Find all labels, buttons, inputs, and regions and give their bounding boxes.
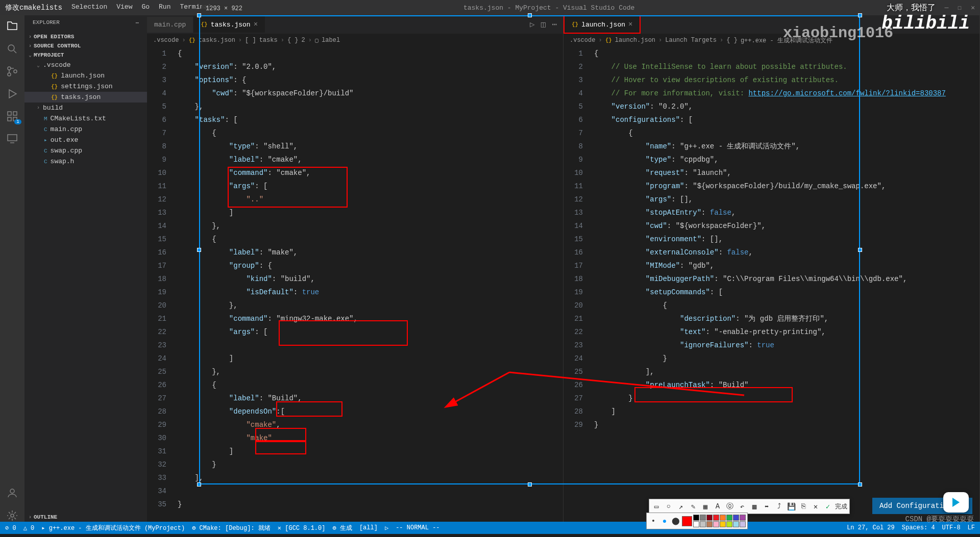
color-lime[interactable] xyxy=(726,521,732,527)
folder-build[interactable]: ›build xyxy=(24,103,147,113)
color-blue[interactable] xyxy=(733,515,739,521)
play-button[interactable] xyxy=(943,492,969,513)
file-launch-json[interactable]: {}launch.json xyxy=(24,70,147,81)
sidebar-more-icon[interactable]: ⋯ xyxy=(135,19,139,26)
color-white[interactable] xyxy=(693,521,699,527)
color-pink[interactable] xyxy=(713,521,719,527)
highlight-tool-icon[interactable]: ▦ xyxy=(700,501,710,512)
split-icon[interactable]: ◫ xyxy=(541,19,546,30)
size-medium-icon[interactable]: ● xyxy=(659,516,670,526)
file-cmakelists[interactable]: MCMakeLists.txt xyxy=(24,113,147,124)
section-outline[interactable]: ›OUTLINE xyxy=(24,513,147,522)
statusbar: ⊘ 0 △ 0 ▸ g++.exe - 生成和调试活动文件 (MyProject… xyxy=(0,522,980,534)
status-all[interactable]: [all] xyxy=(359,524,378,531)
undo-icon[interactable]: ↶ xyxy=(737,501,747,512)
status-cmake[interactable]: ⚙ CMake: [Debug]: 就绪 xyxy=(192,524,271,532)
close-icon[interactable]: ✕ xyxy=(971,4,975,12)
color-purple[interactable] xyxy=(740,515,746,521)
file-swap-h[interactable]: Cswap.h xyxy=(24,156,147,167)
text-tool-icon[interactable]: A xyxy=(713,501,723,512)
file-swap-cpp[interactable]: Cswap.cpp xyxy=(24,145,147,156)
arrow-tool-icon[interactable]: ↗ xyxy=(676,501,686,512)
status-eol[interactable]: LF xyxy=(968,524,975,531)
file-out-exe[interactable]: ▸out.exe xyxy=(24,135,147,145)
svg-rect-5 xyxy=(13,112,17,115)
pin-icon[interactable]: ⬌ xyxy=(762,501,772,512)
color-ltgray[interactable] xyxy=(700,521,706,527)
copy-icon[interactable]: ⎘ xyxy=(798,501,808,512)
size-small-icon[interactable]: • xyxy=(648,516,658,526)
section-source-control[interactable]: ›SOURCE CONTROL xyxy=(24,41,147,50)
file-main-cpp[interactable]: Cmain.cpp xyxy=(24,124,147,135)
file-tasks-json[interactable]: {}tasks.json xyxy=(24,92,147,103)
ocr-icon[interactable]: ⤴ xyxy=(774,501,784,512)
done-icon[interactable]: ✓ xyxy=(823,501,833,512)
status-gcc[interactable]: ✕ [GCC 8.1.0] xyxy=(278,524,326,532)
tab-launch-json[interactable]: {} launch.json × xyxy=(564,15,641,34)
extensions-icon[interactable]: 1 xyxy=(6,110,18,122)
code-right[interactable]: { // Use IntelliSense to learn about pos… xyxy=(592,47,979,522)
cancel-icon[interactable]: ✕ xyxy=(811,501,821,512)
json-icon: {} xyxy=(51,73,58,79)
menu-view[interactable]: View xyxy=(116,3,132,12)
breadcrumbs-right[interactable]: .vscode› {}launch.json› Launch Targets› … xyxy=(564,34,979,47)
run-icon[interactable]: ▷ xyxy=(530,19,535,30)
settings-icon[interactable] xyxy=(6,509,18,522)
status-build[interactable]: ⚙ 生成 xyxy=(332,524,352,532)
color-black[interactable] xyxy=(693,515,699,521)
done-label[interactable]: 完成 xyxy=(835,502,847,511)
maximize-icon[interactable]: ☐ xyxy=(958,4,962,12)
menu-selection[interactable]: Selection xyxy=(71,3,107,12)
status-debug-play[interactable]: ▷ xyxy=(385,524,388,532)
menu-run[interactable]: Run xyxy=(159,3,170,12)
main-area: 1 EXPLORER ⋯ ›OPEN EDITORS ›SOURCE CONTR… xyxy=(0,15,980,522)
rect-tool-icon[interactable]: ▭ xyxy=(651,501,662,512)
explorer-icon[interactable] xyxy=(6,20,18,33)
blur-tool-icon[interactable]: ▩ xyxy=(749,501,760,512)
debug-icon[interactable] xyxy=(6,88,18,100)
color-gray[interactable] xyxy=(700,515,706,521)
source-control-icon[interactable] xyxy=(6,65,18,78)
section-project[interactable]: ⌄MYPROJECT xyxy=(24,50,147,60)
tab-main-cpp[interactable]: main.cpp xyxy=(147,17,193,33)
search-icon[interactable] xyxy=(6,43,18,55)
close-icon[interactable]: × xyxy=(254,20,258,29)
color-brown[interactable] xyxy=(706,521,713,527)
file-settings-json[interactable]: {}settings.json xyxy=(24,81,147,92)
pen-tool-icon[interactable]: ✎ xyxy=(688,501,698,512)
section-open-editors[interactable]: ›OPEN EDITORS xyxy=(24,32,147,41)
editor-content-right[interactable]: 1234567891011121314151617181920212223242… xyxy=(564,47,979,522)
color-orange[interactable] xyxy=(720,515,726,521)
more-icon[interactable]: ⋯ xyxy=(552,19,557,30)
minimize-icon[interactable]: ─ xyxy=(945,4,949,12)
svg-rect-8 xyxy=(8,135,17,141)
status-position[interactable]: Ln 27, Col 29 xyxy=(847,524,895,531)
status-encoding[interactable]: UTF-8 xyxy=(942,524,961,531)
color-lavender[interactable] xyxy=(740,521,746,527)
close-icon[interactable]: × xyxy=(628,20,632,29)
tab-tasks-json[interactable]: {} tasks.json × xyxy=(193,16,265,33)
editor-content-left[interactable]: 1234567891011121314151617181920212223242… xyxy=(147,47,563,522)
color-green[interactable] xyxy=(726,515,732,521)
color-darkred[interactable] xyxy=(706,515,713,521)
status-warnings[interactable]: △ 0 xyxy=(23,524,35,532)
counter-tool-icon[interactable]: ⓪ xyxy=(725,501,735,512)
color-ltblue[interactable] xyxy=(733,521,739,527)
svg-point-9 xyxy=(10,489,14,493)
status-spaces[interactable]: Spaces: 4 xyxy=(902,524,935,531)
save-icon[interactable]: 💾 xyxy=(786,501,796,512)
activity-bar: 1 xyxy=(0,15,24,522)
folder-vscode[interactable]: ⌄.vscode xyxy=(24,60,147,70)
color-gold[interactable] xyxy=(720,521,726,527)
circle-tool-icon[interactable]: ○ xyxy=(664,501,674,512)
color-red2[interactable] xyxy=(713,515,719,521)
breadcrumbs-left[interactable]: .vscode› {}tasks.json› [ ]tasks› { }2› ▢… xyxy=(147,34,563,47)
menu-go[interactable]: Go xyxy=(141,3,150,12)
color-red[interactable] xyxy=(682,516,692,526)
code-left[interactable]: { "version": "2.0.0", "options": { "cwd"… xyxy=(176,47,563,522)
status-launch-config[interactable]: ▸ g++.exe - 生成和调试活动文件 (MyProject) xyxy=(41,524,185,532)
size-large-icon[interactable]: ⬤ xyxy=(671,516,681,526)
status-errors[interactable]: ⊘ 0 xyxy=(5,524,16,532)
account-icon[interactable] xyxy=(6,487,18,499)
remote-icon[interactable] xyxy=(6,133,18,145)
